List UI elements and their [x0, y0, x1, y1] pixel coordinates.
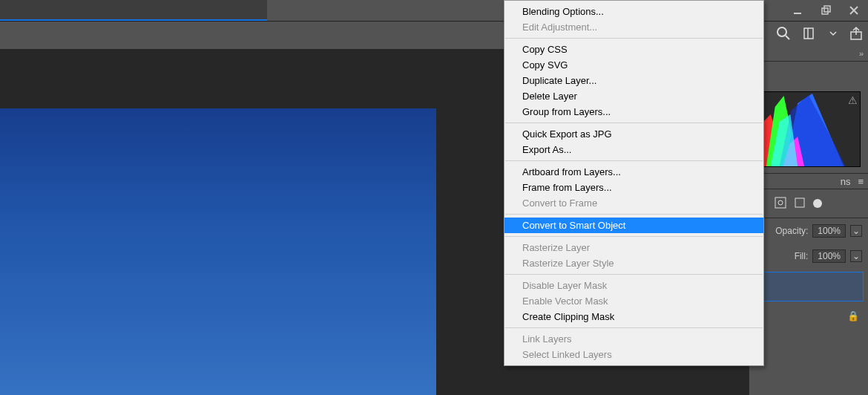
opacity-row: Opacity: 100% ⌄	[749, 218, 868, 244]
share-icon[interactable]	[849, 26, 864, 41]
window-restore-button[interactable]	[812, 0, 840, 21]
viewmode-icon[interactable]	[803, 26, 818, 41]
menu-copy-css[interactable]: Copy CSS	[504, 42, 763, 57]
menu-rasterize-layer: Rasterize Layer	[504, 240, 763, 255]
menu-artboard-from-layers[interactable]: Artboard from Layers...	[504, 164, 763, 180]
menu-create-clip-mask[interactable]: Create Clipping Mask	[504, 309, 763, 324]
svg-line-6	[786, 36, 789, 39]
menu-edit-adjustment: Edit Adjustment...	[504, 19, 763, 35]
menu-duplicate-layer[interactable]: Duplicate Layer...	[504, 73, 763, 88]
menu-group-from-layers[interactable]: Group from Layers...	[504, 104, 763, 120]
search-icon[interactable]	[776, 26, 791, 41]
fill-label: Fill:	[795, 251, 809, 261]
svg-point-20	[778, 200, 783, 205]
opacity-label: Opacity:	[775, 226, 808, 236]
panel-menu-icon[interactable]: ≡	[858, 176, 864, 187]
menu-convert-to-smart-object[interactable]: Convert to Smart Object	[504, 218, 763, 233]
menu-convert-to-frame: Convert to Frame	[504, 195, 763, 211]
layers-panel-tabbar: ns ≡	[749, 174, 868, 189]
layer-list-item-selected[interactable]	[754, 272, 864, 301]
menu-separator	[505, 123, 763, 123]
window-minimize-button[interactable]	[783, 0, 812, 21]
svg-rect-2	[824, 6, 830, 12]
menu-disable-layer-mask: Disable Layer Mask	[504, 278, 763, 293]
panels-column: » ⚠ ns ≡ T Opacity: 100% ⌄ Fill:	[749, 49, 868, 395]
histogram-chart	[757, 91, 861, 167]
filter-toggle-icon[interactable]	[813, 199, 822, 208]
menu-blending-options[interactable]: Blending Options...	[504, 4, 763, 19]
fill-dropdown-icon[interactable]: ⌄	[850, 250, 862, 262]
menu-quick-export-jpg[interactable]: Quick Export as JPG	[504, 126, 763, 142]
histogram-warning-icon[interactable]: ⚠	[848, 94, 858, 106]
document-tab-active[interactable]	[0, 0, 267, 21]
opacity-value-field[interactable]: 100%	[812, 224, 846, 238]
menu-export-as[interactable]: Export As...	[504, 142, 763, 157]
svg-rect-1	[822, 8, 828, 14]
svg-point-5	[777, 27, 786, 36]
svg-rect-21	[795, 198, 804, 207]
menu-copy-svg[interactable]: Copy SVG	[504, 57, 763, 73]
menu-separator	[505, 274, 763, 275]
menu-separator	[505, 327, 763, 328]
svg-rect-19	[775, 197, 786, 208]
histogram-panel: ⚠	[749, 62, 868, 174]
layer-context-menu: Blending Options... Edit Adjustment... C…	[504, 0, 764, 366]
menu-separator	[505, 214, 763, 215]
dropdown-caret-icon[interactable]	[829, 26, 837, 41]
fill-value-field[interactable]: 100%	[812, 249, 846, 263]
menu-separator	[505, 38, 763, 39]
menu-separator	[505, 160, 763, 161]
layers-tab-label-fragment[interactable]: ns	[841, 176, 851, 187]
collapse-panels-icon[interactable]: »	[859, 49, 868, 58]
fill-row: Fill: 100% ⌄	[749, 244, 868, 269]
window-close-button[interactable]	[840, 0, 868, 21]
layer-filter-row: T	[749, 189, 868, 218]
menu-enable-vector-mask: Enable Vector Mask	[504, 293, 763, 309]
menu-separator	[505, 236, 763, 237]
menu-select-linked: Select Linked Layers	[504, 347, 763, 362]
menu-frame-from-layers[interactable]: Frame from Layers...	[504, 180, 763, 195]
opacity-dropdown-icon[interactable]: ⌄	[850, 225, 862, 237]
menu-link-layers: Link Layers	[504, 331, 763, 347]
menu-rasterize-style: Rasterize Layer Style	[504, 255, 763, 271]
lock-icon[interactable]: 🔒	[847, 310, 859, 321]
image-canvas[interactable]	[0, 108, 436, 395]
filter-type-smart-icon[interactable]	[794, 197, 806, 211]
svg-rect-7	[804, 28, 813, 39]
filter-type-shape-icon[interactable]	[775, 197, 786, 211]
menu-delete-layer[interactable]: Delete Layer	[504, 88, 763, 104]
